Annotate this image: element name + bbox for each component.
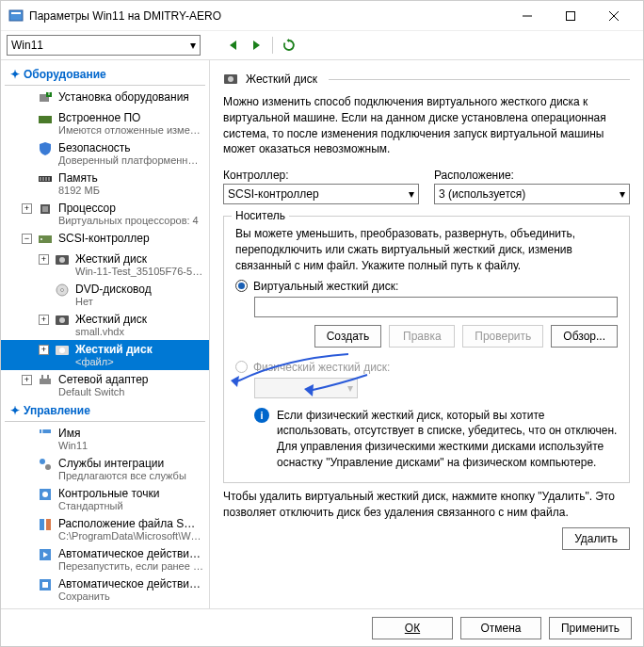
svg-marker-47 bbox=[231, 376, 239, 387]
svg-marker-6 bbox=[230, 40, 236, 50]
shield-icon bbox=[38, 141, 53, 156]
separator bbox=[272, 37, 273, 54]
window-title: Параметры Win11 на DMITRY-AERO bbox=[29, 9, 506, 23]
sidebar-item-add-hardware[interactable]: + Установка оборудования bbox=[1, 88, 209, 108]
sidebar-item-autostop[interactable]: Автоматическое действие при ос Сохранить bbox=[1, 574, 209, 605]
firmware-icon bbox=[38, 111, 53, 126]
expand-icon[interactable]: + bbox=[39, 254, 49, 265]
radio-phys-label: Физический жесткий диск: bbox=[253, 361, 390, 374]
hdd-icon bbox=[223, 72, 238, 87]
delete-button[interactable]: Удалить bbox=[562, 527, 630, 550]
media-legend: Носитель bbox=[232, 209, 289, 222]
ok-button[interactable]: ОК bbox=[372, 617, 453, 639]
apply-button[interactable]: Применить bbox=[549, 617, 632, 639]
star-icon: ✦ bbox=[10, 68, 20, 81]
svg-point-38 bbox=[42, 492, 48, 497]
svg-point-23 bbox=[59, 257, 65, 263]
radio-vhd[interactable] bbox=[235, 280, 248, 292]
sidebar-item-hdd-1[interactable]: + Жесткий диск Win-11-Test_35105F76-5D9D… bbox=[1, 250, 209, 280]
sidebar-item-network[interactable]: + Сетевой адаптер Default Switch bbox=[1, 370, 209, 400]
refresh-button[interactable] bbox=[281, 37, 298, 54]
star-icon: ✦ bbox=[10, 404, 20, 417]
sidebar-item-services[interactable]: Службы интеграции Предлагаются все служб… bbox=[1, 454, 209, 484]
info-icon: i bbox=[254, 408, 269, 423]
settings-window: Параметры Win11 на DMITRY-AERO Win11 ▾ ✦… bbox=[0, 0, 644, 647]
controller-select[interactable]: SCSI-контроллер ▾ bbox=[223, 184, 419, 204]
svg-rect-30 bbox=[40, 379, 51, 384]
autostop-icon bbox=[38, 577, 53, 592]
nav-forward-button[interactable] bbox=[248, 37, 265, 54]
cancel-button[interactable]: Отмена bbox=[460, 617, 541, 639]
footer: ОК Отмена Применить bbox=[1, 608, 643, 646]
sidebar-item-name[interactable]: I Имя Win11 bbox=[1, 424, 209, 454]
svg-rect-32 bbox=[47, 375, 49, 379]
sidebar-item-checkpoints[interactable]: Контрольные точки Стандартный bbox=[1, 484, 209, 514]
sidebar-item-security[interactable]: Безопасность Доверенный платформенный мо bbox=[1, 138, 209, 169]
vm-selector[interactable]: Win11 ▾ bbox=[7, 35, 201, 56]
svg-rect-14 bbox=[40, 177, 41, 181]
phys-info-text: Если физический жесткий диск, который вы… bbox=[277, 408, 618, 471]
section-management-label: Управление bbox=[24, 404, 90, 417]
nav-back-button[interactable] bbox=[225, 37, 242, 54]
svg-marker-7 bbox=[253, 40, 260, 50]
vm-selector-value: Win11 bbox=[11, 39, 43, 52]
check-button: Проверить bbox=[462, 325, 543, 348]
edit-button: Правка bbox=[389, 325, 455, 348]
network-icon bbox=[38, 373, 53, 388]
sidebar-item-hdd-3[interactable]: + Жесткий диск <файл> bbox=[1, 340, 209, 370]
autostart-icon bbox=[38, 547, 53, 562]
radio-vhd-row[interactable]: Виртуальный жесткий диск: bbox=[235, 280, 618, 293]
sidebar-item-hdd-2[interactable]: + Жесткий диск small.vhdx bbox=[1, 310, 209, 340]
chevron-down-icon: ▾ bbox=[347, 381, 353, 395]
scsi-icon bbox=[38, 232, 53, 247]
create-button[interactable]: Создать bbox=[314, 325, 382, 348]
radio-phys-row: Физический жесткий диск: bbox=[235, 361, 618, 374]
radio-vhd-label: Виртуальный жесткий диск: bbox=[253, 280, 398, 293]
expand-icon[interactable]: + bbox=[22, 375, 32, 385]
section-hardware[interactable]: ✦ Оборудование bbox=[5, 64, 205, 86]
main-pane: Жесткий диск Можно изменить способ подкл… bbox=[210, 60, 643, 608]
location-select[interactable]: 3 (используется) ▾ bbox=[434, 184, 630, 204]
svg-rect-12 bbox=[39, 116, 52, 123]
toolbar: Win11 ▾ bbox=[1, 31, 643, 59]
vhd-path-input[interactable] bbox=[254, 297, 618, 317]
cpu-icon bbox=[38, 202, 53, 217]
media-desc: Вы можете уменьшить, преобразовать, разв… bbox=[235, 226, 618, 273]
svg-point-46 bbox=[228, 76, 233, 82]
expand-icon[interactable]: + bbox=[22, 203, 32, 214]
section-management[interactable]: ✦ Управление bbox=[5, 400, 205, 422]
sidebar-item-paging[interactable]: Расположение файла Smart Paging C:\Progr… bbox=[1, 514, 209, 544]
expand-icon[interactable]: + bbox=[39, 345, 49, 355]
section-hardware-label: Оборудование bbox=[24, 68, 106, 81]
services-icon bbox=[38, 457, 53, 472]
browse-button[interactable]: Обзор... bbox=[551, 325, 618, 348]
svg-rect-39 bbox=[40, 519, 44, 530]
media-fieldset: Носитель Вы можете уменьшить, преобразов… bbox=[223, 216, 630, 483]
sidebar-item-firmware[interactable]: Встроенное ПО Имеются отложенные изменен… bbox=[1, 108, 209, 138]
controller-label: Контроллер: bbox=[223, 169, 419, 182]
svg-point-27 bbox=[59, 317, 65, 323]
expand-icon[interactable]: + bbox=[39, 315, 49, 325]
svg-rect-0 bbox=[9, 10, 23, 21]
sidebar-item-autostart[interactable]: Автоматическое действие при за Перезапус… bbox=[1, 544, 209, 574]
maximize-button[interactable] bbox=[549, 1, 592, 31]
sidebar: ✦ Оборудование + Установка оборудования … bbox=[1, 60, 210, 608]
svg-point-29 bbox=[59, 348, 65, 353]
checkpoints-icon bbox=[38, 487, 53, 502]
sidebar-item-scsi[interactable]: − SCSI-контроллер bbox=[1, 229, 209, 250]
sidebar-item-dvd[interactable]: DVD-дисковод Нет bbox=[1, 280, 209, 310]
sidebar-item-memory[interactable]: Память 8192 МБ bbox=[1, 169, 209, 199]
pane-title: Жесткий диск bbox=[246, 73, 317, 86]
svg-text:+: + bbox=[45, 90, 52, 99]
sidebar-item-cpu[interactable]: + Процессор Виртуальных процессоров: 4 bbox=[1, 199, 209, 229]
titlebar: Параметры Win11 на DMITRY-AERO bbox=[1, 1, 643, 31]
svg-rect-19 bbox=[42, 206, 48, 212]
app-icon bbox=[8, 8, 24, 24]
collapse-icon[interactable]: − bbox=[22, 234, 32, 244]
svg-rect-15 bbox=[42, 177, 44, 181]
minimize-button[interactable] bbox=[506, 1, 549, 31]
close-button[interactable] bbox=[592, 1, 636, 31]
name-icon: I bbox=[38, 427, 53, 442]
location-label: Расположение: bbox=[434, 169, 630, 182]
svg-rect-17 bbox=[48, 177, 50, 181]
